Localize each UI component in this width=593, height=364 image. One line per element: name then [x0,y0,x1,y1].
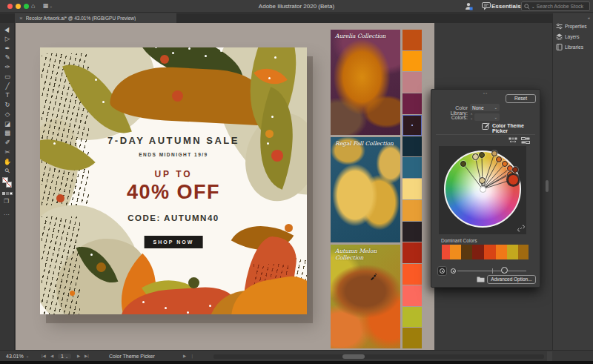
search-input[interactable] [537,4,587,9]
eraser-tool-icon[interactable]: ◪ [4,121,10,128]
dominant-color[interactable] [461,245,472,259]
wheel-color-marker[interactable] [479,177,486,184]
swatch[interactable] [402,93,422,114]
swatch[interactable] [402,328,422,348]
rectangle-tool-icon[interactable]: ▭ [4,73,10,80]
dot-shape [70,291,75,296]
color-theme-picker-button[interactable]: Color Theme Picker [492,123,540,133]
dock-resize-grip[interactable] [546,180,549,192]
collection-photo-aurelia[interactable]: Aurelia Collection [331,30,400,135]
search-box[interactable]: ⌄ [521,1,590,11]
expand-dock-icon[interactable]: « [588,16,590,20]
share-user-icon[interactable] [465,2,473,10]
color-wheel-area[interactable] [439,146,526,234]
color-button[interactable] [2,192,5,195]
none-button[interactable] [10,192,13,195]
search-scope-chevron-icon[interactable]: ⌄ [531,4,535,9]
curvature-tool-icon[interactable]: ✎ [4,54,10,61]
vibrance-slider-handle[interactable] [501,267,508,274]
tab-close-icon[interactable]: × [19,16,23,21]
scissors-tool-icon[interactable]: ✂ [4,149,10,156]
dominant-color[interactable] [518,245,529,259]
panel-drag-handle[interactable]: ▪▪ [483,91,488,96]
wheel-color-marker[interactable] [491,150,497,156]
dominant-colors-bar[interactable] [442,245,529,259]
wheel-color-marker[interactable] [496,156,502,162]
dominant-color[interactable] [472,245,484,259]
wheel-color-marker-selected[interactable] [508,174,519,185]
poster-artboard[interactable]: 7-DAY AUTUMN SALE ENDS MIDNIGHT 19/9 UP … [40,47,307,314]
zoom-level-control[interactable]: 43.01% ⌄ [6,354,29,359]
artboard-canvas[interactable]: 7-DAY AUTUMN SALE ENDS MIDNIGHT 19/9 UP … [16,23,434,350]
swatch[interactable] [402,307,422,328]
last-artboard-button[interactable]: ▶| [85,354,89,358]
horizontal-scrollbar[interactable] [213,354,544,359]
dominant-color[interactable] [442,245,450,259]
paintbrush-tool-icon[interactable]: ✑ [4,64,10,70]
fill-swatch[interactable] [2,177,8,183]
reset-button[interactable]: Reset [506,94,536,103]
gradient-tool-icon[interactable]: ▩ [4,130,10,136]
prev-artboard-button[interactable]: ◀ [50,354,53,358]
recolor-artwork-panel[interactable]: ▪▪ Reset Color Library: None⌄ Colors: ⌃⌄… [431,89,540,288]
save-to-swatches-folder-icon[interactable] [477,276,485,282]
wheel-color-marker[interactable] [479,152,485,158]
swatch[interactable] [402,72,422,93]
zoom-tool-icon[interactable]: ⚲ [4,168,11,175]
first-artboard-button[interactable]: |◀ [42,354,46,358]
comments-icon[interactable] [482,2,491,10]
swatch[interactable] [402,200,422,221]
swatch[interactable] [402,30,422,50]
rotate-tool-icon[interactable]: ↻ [4,102,10,108]
color-mode-buttons[interactable] [2,192,13,195]
screen-mode-icon[interactable]: ❐ [4,198,9,205]
artboard-number-field[interactable]: 1 ⌄ [58,354,71,359]
shape-builder-tool-icon[interactable]: ◇ [5,111,10,118]
line-tool-icon[interactable]: ╱ [5,83,9,90]
dock-item-properties[interactable]: Properties [553,21,593,31]
collection-photo-regal-fall[interactable]: Regal Fall Collection [331,137,400,242]
color-library-select[interactable]: None⌄ [470,104,500,111]
swatch[interactable] [402,242,422,263]
swatch[interactable] [402,222,422,242]
edit-colors-view-icon[interactable] [508,137,517,144]
dominant-color[interactable] [496,245,507,259]
eyedropper-tool-icon[interactable]: ✐ [4,139,10,146]
type-tool-icon[interactable]: T [5,92,9,99]
fill-stroke-indicator[interactable] [2,177,13,188]
selection-tool-icon[interactable]: ▶ [4,25,12,33]
swatch[interactable] [402,51,422,72]
wheel-center-handle[interactable] [480,186,486,193]
swatch[interactable] [402,157,422,178]
colors-select[interactable]: ⌄ [474,113,500,121]
wheel-color-marker[interactable] [472,153,479,160]
wheel-color-marker[interactable] [512,167,518,173]
dominant-color[interactable] [450,245,461,259]
gradient-button[interactable] [6,192,9,195]
direct-selection-tool-icon[interactable]: ▷ [5,36,10,42]
advanced-options-button[interactable]: Advanced Option... [487,275,536,284]
status-next-icon[interactable]: ▶ [183,354,186,358]
colors-stepper[interactable]: ⌃⌄ [470,113,473,119]
dock-item-layers[interactable]: Layers [553,32,593,42]
color-mode-toggle-selected[interactable] [437,266,447,276]
swatch[interactable] [402,136,422,157]
document-tab[interactable]: × Recolor Artwork.ai* @ 43.01% (RGB/GPU … [15,13,176,23]
next-artboard-button[interactable]: ▶ [77,354,80,358]
dot-shape [209,305,211,307]
swatch[interactable] [402,179,422,199]
assign-colors-view-icon[interactable] [521,137,530,144]
collection-photo-autumn-melon[interactable]: Autumn Melon Collection [331,245,400,348]
swatch[interactable] [402,264,422,285]
dominant-color[interactable] [507,245,518,259]
wheel-color-marker[interactable] [460,161,466,167]
edit-toolbar-icon[interactable]: ... [4,210,10,216]
pen-tool-icon[interactable]: ✒ [4,45,10,52]
dock-item-libraries[interactable]: Libraries [553,42,593,52]
unlink-harmony-icon[interactable] [517,225,525,232]
dominant-color[interactable] [484,245,495,259]
swatch[interactable] [402,285,422,306]
swatch-selected[interactable] [402,115,422,136]
horizontal-scrollbar-thumb[interactable] [342,354,365,359]
hand-tool-icon[interactable]: ✋ [4,159,12,165]
